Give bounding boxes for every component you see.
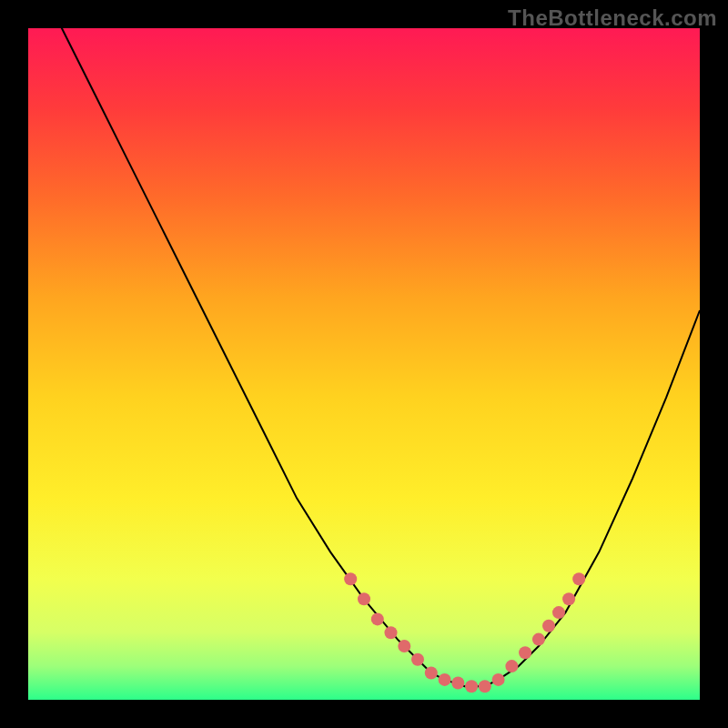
- data-marker: [411, 653, 424, 666]
- data-marker: [398, 640, 410, 652]
- data-marker: [358, 592, 370, 605]
- chart-svg: [28, 28, 700, 700]
- data-marker: [572, 572, 585, 585]
- data-marker: [519, 646, 531, 659]
- data-marker: [371, 612, 384, 625]
- data-marker: [439, 673, 451, 686]
- data-marker: [465, 680, 478, 693]
- data-marker: [505, 660, 518, 672]
- data-marker: [451, 677, 464, 690]
- data-marker: [552, 606, 565, 619]
- data-marker: [542, 620, 555, 632]
- data-marker: [479, 680, 491, 693]
- watermark-text: TheBottleneck.com: [508, 5, 717, 31]
- data-marker: [562, 592, 575, 605]
- data-marker: [532, 633, 545, 646]
- data-marker: [425, 667, 438, 680]
- bottleneck-curve: [28, 0, 700, 686]
- data-marker: [492, 673, 505, 686]
- data-marker: [385, 626, 398, 639]
- data-marker: [344, 572, 357, 585]
- chart-frame: [28, 28, 700, 700]
